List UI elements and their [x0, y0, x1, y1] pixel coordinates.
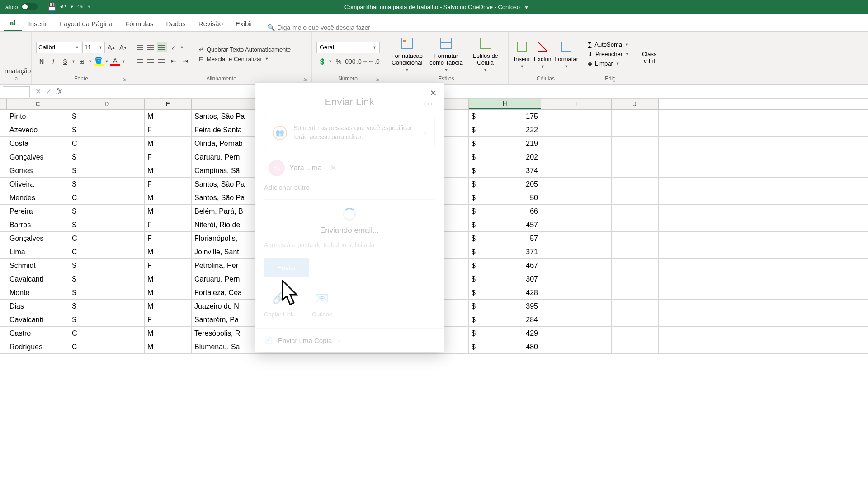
align-right-icon[interactable] — [157, 56, 167, 66]
tab-data[interactable]: Dados — [160, 16, 192, 31]
cell[interactable]: Gomes — [7, 164, 69, 177]
font-size-select[interactable]: 11▼ — [82, 42, 105, 53]
paste-label[interactable]: rmatação — [5, 67, 31, 75]
cell[interactable] — [541, 150, 612, 164]
cell[interactable]: S — [69, 164, 145, 177]
col-header-h[interactable]: H — [469, 99, 541, 109]
cell[interactable]: M — [145, 340, 192, 353]
italic-button[interactable]: I — [48, 56, 59, 67]
cell[interactable]: $429 — [469, 327, 541, 340]
format-cells-button[interactable]: Formatar▼ — [554, 39, 578, 69]
cell[interactable] — [612, 313, 659, 326]
cell[interactable]: $467 — [469, 259, 541, 272]
more-options-icon[interactable]: ⋯ — [423, 98, 434, 110]
save-icon[interactable]: 💾 — [47, 3, 57, 11]
col-header-i[interactable]: I — [541, 99, 612, 109]
border-button[interactable]: ⊞ — [76, 56, 87, 67]
cell[interactable]: C — [69, 245, 145, 258]
cell[interactable] — [541, 178, 612, 191]
cell[interactable] — [612, 300, 659, 313]
tell-me-search[interactable]: 🔍 Diga-me o que você deseja fazer — [267, 24, 370, 31]
cell[interactable]: M — [145, 286, 192, 299]
number-format-select[interactable]: Geral▼ — [316, 42, 380, 53]
cell[interactable]: $219 — [469, 137, 541, 150]
cell[interactable]: C — [69, 340, 145, 353]
cell[interactable]: S — [69, 110, 145, 123]
cell[interactable]: $66 — [469, 205, 541, 218]
cell[interactable] — [541, 218, 612, 231]
cell[interactable] — [612, 150, 659, 164]
font-color-button[interactable]: A — [110, 56, 121, 67]
indent-decrease-icon[interactable]: ⇤ — [168, 56, 179, 66]
cell[interactable]: M — [145, 272, 192, 286]
align-left-icon[interactable] — [136, 56, 146, 66]
align-top-icon[interactable] — [136, 42, 146, 52]
cell[interactable]: M — [145, 191, 192, 204]
indent-increase-icon[interactable]: ⇥ — [180, 56, 191, 66]
cell[interactable]: Pereira — [7, 205, 69, 218]
merge-center-button[interactable]: ⊟ Mesclar e Centralizar ▼ — [199, 56, 291, 62]
cell[interactable]: S — [69, 123, 145, 136]
enter-formula-icon[interactable]: ✓ — [46, 87, 52, 96]
align-center-icon[interactable] — [146, 56, 156, 66]
cell[interactable]: S — [69, 259, 145, 272]
font-name-select[interactable]: Calibri▼ — [36, 42, 81, 53]
cell[interactable] — [541, 191, 612, 204]
comma-icon[interactable]: 000 — [345, 56, 356, 67]
cell[interactable] — [612, 191, 659, 204]
cell[interactable] — [612, 232, 659, 245]
cell[interactable] — [541, 259, 612, 272]
cell[interactable]: Costa — [7, 137, 69, 150]
cell[interactable] — [541, 137, 612, 150]
decrease-font-icon[interactable]: A▾ — [118, 42, 128, 53]
redo-icon[interactable]: ↷ — [77, 3, 83, 11]
increase-decimal-icon[interactable]: .0→ — [357, 56, 368, 67]
cell[interactable]: S — [69, 272, 145, 286]
cell[interactable] — [612, 164, 659, 177]
outlook-button[interactable]: 📧 Outlook — [312, 289, 332, 318]
cell[interactable] — [541, 272, 612, 286]
cell[interactable]: C — [69, 191, 145, 204]
cell[interactable]: Rodrigues — [7, 340, 69, 353]
cell[interactable]: F — [145, 123, 192, 136]
cell[interactable] — [612, 286, 659, 299]
cell[interactable]: S — [69, 205, 145, 218]
cell[interactable] — [541, 340, 612, 353]
cell[interactable]: Azevedo — [7, 123, 69, 136]
font-launcher-icon[interactable]: ⇲ — [123, 77, 126, 82]
cell[interactable]: F — [145, 178, 192, 191]
underline-dropdown[interactable]: ▼ — [71, 59, 75, 64]
cell[interactable]: $480 — [469, 340, 541, 353]
cell[interactable] — [612, 110, 659, 123]
formula-input[interactable] — [67, 86, 868, 97]
cell[interactable] — [612, 123, 659, 136]
cell[interactable]: Cavalcanti — [7, 313, 69, 326]
cancel-formula-icon[interactable]: ✕ — [35, 87, 41, 96]
cell[interactable]: $284 — [469, 313, 541, 326]
cell[interactable]: Cavalcanti — [7, 272, 69, 286]
currency-icon[interactable]: 💲 — [316, 56, 327, 67]
col-header-e[interactable]: E — [145, 99, 192, 109]
cell[interactable]: Barros — [7, 218, 69, 231]
cell[interactable]: Schmidt — [7, 259, 69, 272]
send-button[interactable]: Enviar — [264, 258, 309, 277]
cell[interactable]: Monte — [7, 286, 69, 299]
tab-review[interactable]: Revisão — [192, 16, 229, 31]
cell[interactable] — [612, 205, 659, 218]
cell[interactable]: M — [145, 205, 192, 218]
cell[interactable]: $428 — [469, 286, 541, 299]
cell[interactable] — [612, 327, 659, 340]
cell[interactable]: F — [145, 232, 192, 245]
cell[interactable]: F — [145, 150, 192, 164]
cell[interactable] — [612, 340, 659, 353]
cell[interactable] — [541, 245, 612, 258]
align-middle-icon[interactable] — [146, 42, 156, 52]
add-recipient-input[interactable] — [264, 179, 435, 196]
cell[interactable]: $457 — [469, 218, 541, 231]
redo-dropdown[interactable]: ▼ — [87, 5, 91, 9]
undo-dropdown[interactable]: ▼ — [70, 5, 74, 9]
cell[interactable] — [612, 272, 659, 286]
cell[interactable]: $374 — [469, 164, 541, 177]
cell[interactable]: M — [145, 164, 192, 177]
tab-home[interactable]: al — [4, 15, 22, 31]
